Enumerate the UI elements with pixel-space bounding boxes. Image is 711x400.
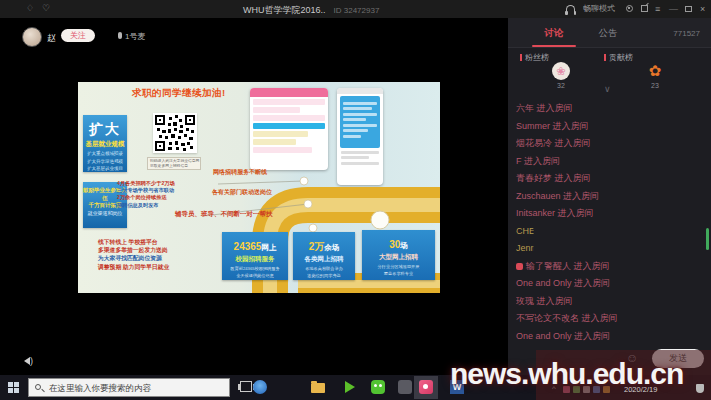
expand-line: 扩大升学深造规模 bbox=[83, 159, 127, 165]
browser-app-icon[interactable] bbox=[253, 380, 267, 394]
maximize-button[interactable] bbox=[685, 6, 692, 12]
block-line: 调整预期 助力同学早日就业 bbox=[98, 263, 169, 271]
search-placeholder: 在这里输入你要搜索的内容 bbox=[49, 379, 151, 397]
rank-label-text: 粉丝榜 bbox=[525, 53, 549, 62]
chat-message: One and Only 进入房间 bbox=[516, 275, 706, 293]
gear-icon[interactable] bbox=[626, 5, 633, 12]
room-title: WHU哲学学院2016.. bbox=[243, 5, 326, 15]
chat-message: 烟花易冷 进入房间 bbox=[516, 135, 706, 153]
stat-desc: 各地各高校联合举办 bbox=[293, 266, 355, 271]
video-app-icon[interactable] bbox=[345, 381, 355, 393]
menu-icon[interactable]: ≡ bbox=[655, 4, 660, 14]
stat-unit: 场 bbox=[400, 241, 408, 250]
red-bar-icon bbox=[604, 54, 606, 61]
tab-discussion[interactable]: 讨论 bbox=[532, 27, 576, 40]
chat-message-gift: CHEN 送出 花 1个♥ bbox=[516, 223, 534, 241]
channel-line: 就业渠道和岗位 bbox=[83, 210, 127, 217]
file-explorer-icon[interactable] bbox=[311, 383, 325, 393]
qr-caption: 扫码进入武汉大学就业信息网 获取更多网上招聘信息 bbox=[147, 157, 201, 170]
stat-desc: 教育部24365校园招聘服务 bbox=[222, 266, 288, 271]
slide-label: 网络招聘服务不断线 bbox=[213, 168, 267, 177]
stat-unit: 余场 bbox=[324, 243, 339, 252]
chat-message: 青春好梦 进入房间 bbox=[516, 170, 706, 188]
stat-subtitle: 大型网上招聘 bbox=[362, 253, 435, 262]
rank-label-contribution[interactable]: 贡献榜 bbox=[604, 52, 633, 63]
stat-box: 24365网上 校园招聘服务 教育部24365校园招聘服务 全天候提供岗位信息 bbox=[222, 232, 288, 280]
follow-button[interactable]: 关注 bbox=[61, 29, 95, 42]
stat-box: 2万余场 各类网上招聘 各地各高校联合举办 送岗位到同学身边 bbox=[293, 232, 355, 280]
app-icon[interactable] bbox=[398, 380, 412, 394]
stat-desc: 全天候提供岗位信息 bbox=[222, 273, 288, 278]
fan-badge-icon bbox=[516, 263, 523, 270]
stat-desc: 分行业分区域巡回开展 bbox=[362, 264, 435, 269]
chat-message: 输了警醒人 进入房间 bbox=[516, 258, 706, 276]
chat-message: Initsanker 进入房间 bbox=[516, 205, 706, 223]
block-line: 招聘信息及时发布 bbox=[117, 202, 175, 209]
stat-subtitle: 各类网上招聘 bbox=[293, 255, 355, 264]
online-count: 771527 bbox=[638, 29, 700, 38]
stat-number: 30 bbox=[389, 239, 400, 250]
slide-title: 求职的同学继续加油! bbox=[132, 87, 226, 100]
heart-icon[interactable]: ♡ bbox=[42, 3, 50, 13]
volume-icon[interactable]: ) bbox=[24, 356, 33, 366]
expand-headline: 扩大 bbox=[83, 121, 127, 139]
task-view-icon[interactable] bbox=[240, 381, 252, 392]
mode-label[interactable]: 畅聊模式 bbox=[583, 4, 615, 14]
room-id: ID 32472937 bbox=[334, 6, 380, 15]
stat-box: 30场 大型网上招聘 分行业分区域巡回开展 覆盖各学科专业 bbox=[362, 230, 435, 280]
mic-icon bbox=[118, 32, 122, 39]
expand-line: 扩大重点领域招录 bbox=[83, 151, 127, 157]
popout-icon[interactable] bbox=[641, 5, 648, 12]
notification-icon[interactable] bbox=[696, 384, 704, 393]
stat-subtitle: 校园招聘服务 bbox=[222, 255, 288, 264]
minimize-button[interactable]: — bbox=[669, 4, 678, 14]
scrollbar-thumb[interactable] bbox=[706, 228, 709, 250]
flower-gift-icon[interactable]: ✿ bbox=[646, 62, 664, 80]
watermark: news.whu.edu.cn bbox=[450, 357, 683, 391]
expand-line: 扩大基层就业项目 bbox=[83, 166, 127, 172]
mic-status[interactable]: 1号麦 bbox=[118, 31, 145, 42]
slide-box-expand: 扩大 基层就业规模 扩大重点领域招录 扩大升学深造规模 扩大基层就业项目 bbox=[83, 115, 127, 172]
gift-count: 23 bbox=[642, 82, 668, 89]
phone-mockup-notice bbox=[337, 88, 383, 185]
stat-number: 24365 bbox=[234, 241, 262, 252]
qr-code bbox=[153, 113, 197, 153]
chat-message: 不写论文不改名 进入房间 bbox=[516, 310, 706, 328]
qr-caption-line: 获取更多网上招聘信息 bbox=[150, 164, 198, 169]
slide-label: 辅导员、班导、不间断一对一帮扶 bbox=[175, 210, 273, 219]
search-icon bbox=[35, 384, 41, 390]
chevron-down-icon[interactable]: ∨ bbox=[604, 84, 611, 94]
mic-label: 1号麦 bbox=[125, 32, 145, 41]
block-line: 2万余个岗位持续推送 bbox=[117, 194, 175, 201]
chat-message: 六年 进入房间 bbox=[516, 100, 706, 118]
block-line: 为大家寻找匹配岗位资源 bbox=[98, 254, 169, 262]
headset-icon[interactable] bbox=[566, 5, 575, 12]
chat-panel: 讨论 公告 771527 粉丝榜 贡献榜 ❀ ✿ 32 23 ∨ 六年 进入房间… bbox=[508, 18, 711, 375]
rank-label-text: 贡献榜 bbox=[609, 53, 633, 62]
slide-text-block: 4月各类招聘不少于2万场 三大专场学校与省市联动 2万余个岗位持续推送 招聘信息… bbox=[117, 180, 175, 209]
block-line: 多渠道多举措一起发力送岗 bbox=[98, 246, 169, 254]
live-stream-app-icon[interactable] bbox=[419, 380, 433, 394]
wechat-app-icon[interactable] bbox=[371, 380, 385, 394]
stat-number: 2万 bbox=[309, 241, 325, 252]
tab-announcement[interactable]: 公告 bbox=[588, 27, 628, 40]
chat-message: Zuschauen 进入房间 bbox=[516, 188, 706, 206]
block-line: 线下转线上 学校搭平台 bbox=[98, 238, 169, 246]
presentation-slide: 扩大 基层就业规模 扩大重点领域招录 扩大升学深造规模 扩大基层就业项目 鼓励毕… bbox=[78, 82, 440, 293]
start-button[interactable] bbox=[8, 382, 19, 393]
stat-desc: 覆盖各学科专业 bbox=[362, 271, 435, 276]
block-line: 4月各类招聘不少于2万场 bbox=[117, 180, 175, 187]
rank-label-fans[interactable]: 粉丝榜 bbox=[520, 52, 549, 63]
window-title: WHU哲学学院2016..ID 32472937 bbox=[243, 4, 379, 17]
chat-message: F 进入房间 bbox=[516, 153, 706, 171]
active-tab-underline bbox=[532, 45, 576, 47]
chat-message: 玫瑰 进入房间 bbox=[516, 293, 706, 311]
rose-gift-icon[interactable]: ❀ bbox=[552, 62, 570, 80]
close-button[interactable]: × bbox=[700, 4, 705, 14]
slide-text-block: 线下转线上 学校搭平台 多渠道多举措一起发力送岗 为大家寻找匹配岗位资源 调整预… bbox=[98, 238, 169, 271]
taskbar-search[interactable]: 在这里输入你要搜索的内容 bbox=[28, 378, 230, 397]
red-bar-icon bbox=[520, 54, 522, 61]
host-avatar[interactable] bbox=[22, 27, 42, 47]
chat-message-list[interactable]: 六年 进入房间 Summer 进入房间 烟花易冷 进入房间 F 进入房间 青春好… bbox=[516, 100, 706, 345]
diamond-icon[interactable]: ♢ bbox=[26, 3, 34, 13]
